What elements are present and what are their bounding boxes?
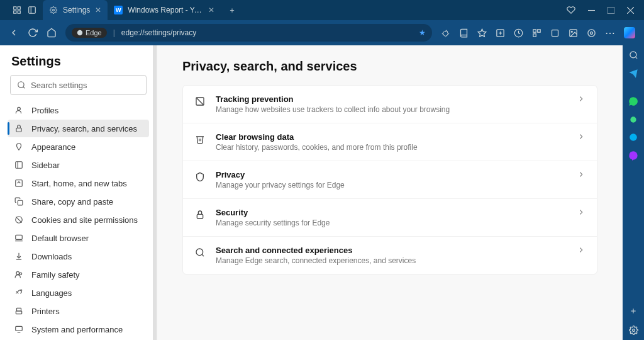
downloads-icon[interactable]	[550, 28, 560, 38]
settings-main: Privacy, search, and services Tracking p…	[157, 45, 623, 340]
close-tab-icon[interactable]: ✕	[208, 6, 214, 14]
svg-rect-14	[538, 29, 540, 31]
settings-row[interactable]: Clear browsing data Clear history, passw…	[183, 123, 597, 161]
performance-icon[interactable]	[587, 28, 596, 38]
sidebar-item[interactable]: System and performance	[8, 320, 149, 338]
nav-item-label: Share, copy and paste	[31, 197, 113, 207]
sidebar-item[interactable]: Languages	[8, 284, 149, 302]
nav-item-label: Family safety	[31, 270, 80, 280]
svg-rect-37	[16, 311, 21, 314]
sidebar-item[interactable]: Start, home, and new tabs	[8, 174, 149, 192]
svg-rect-4	[608, 7, 614, 14]
url-text: edge://settings/privacy	[121, 28, 413, 37]
sidebar-item[interactable]: Share, copy and paste	[8, 193, 149, 210]
sidebar-item[interactable]: Profiles	[8, 101, 149, 119]
search-placeholder: Search settings	[31, 81, 87, 90]
read-aloud-icon[interactable]	[459, 28, 469, 38]
sidebar-search-icon[interactable]	[629, 50, 638, 60]
search-icon	[17, 81, 26, 89]
row-title: Security	[216, 208, 567, 217]
new-tab-button[interactable]: ＋	[221, 5, 243, 16]
refresh-button[interactable]	[28, 28, 38, 38]
collections-icon[interactable]	[496, 28, 505, 38]
close-window-button[interactable]	[627, 7, 634, 14]
svg-rect-27	[16, 180, 23, 187]
row-title: Search and connected experiences	[216, 246, 567, 255]
sidebar-skype-icon[interactable]	[629, 133, 638, 142]
nav-item-icon	[14, 196, 24, 207]
screenshot-icon[interactable]	[569, 28, 578, 38]
sidebar-item[interactable]: Sidebar	[8, 156, 149, 174]
svg-rect-38	[16, 326, 23, 331]
sidebar-item[interactable]: Privacy, search, and services	[8, 120, 149, 137]
sidebar-settings-icon[interactable]	[629, 326, 638, 335]
svg-point-50	[630, 116, 636, 122]
workspaces-icon[interactable]	[13, 6, 21, 14]
edge-badge: Edge	[72, 28, 107, 38]
back-button[interactable]	[9, 28, 19, 38]
rewards-icon[interactable]	[567, 6, 575, 14]
content-row: Settings Search settings ProfilesPrivacy…	[0, 45, 644, 340]
nav-item-label: Sidebar	[31, 161, 60, 170]
home-button[interactable]	[47, 28, 57, 38]
svg-line-47	[202, 254, 204, 256]
settings-heading: Settings	[11, 54, 145, 69]
maximize-button[interactable]	[608, 7, 614, 14]
svg-point-23	[18, 107, 21, 110]
more-menu-icon[interactable]: ⋯	[605, 27, 615, 39]
settings-sidebar: Settings Search settings ProfilesPrivacy…	[0, 45, 157, 340]
tab-windows-report[interactable]: W Windows Report - Your go-to sou… ✕	[108, 0, 221, 20]
nav-item-icon	[14, 251, 24, 261]
svg-point-7	[77, 30, 82, 35]
history-icon[interactable]	[514, 28, 523, 38]
row-description: Manage your privacy settings for Edge	[216, 181, 567, 190]
settings-row[interactable]: Security Manage security settings for Ed…	[183, 198, 597, 236]
sidebar-scrollbar[interactable]	[153, 45, 157, 340]
nav-item-icon	[14, 233, 24, 243]
sidebar-item[interactable]: Downloads	[8, 247, 149, 265]
row-title: Clear browsing data	[216, 132, 567, 142]
settings-row[interactable]: Search and connected experiences Manage …	[183, 236, 597, 274]
sidebar-messenger-icon[interactable]	[628, 150, 638, 161]
svg-rect-24	[16, 128, 21, 132]
row-icon	[194, 171, 206, 183]
settings-row[interactable]: Privacy Manage your privacy settings for…	[183, 161, 597, 198]
browser-sidebar: ＋	[623, 45, 644, 340]
svg-point-35	[19, 273, 22, 275]
tab-label: Windows Report - Your go-to sou…	[128, 6, 203, 14]
settings-row[interactable]: Tracking prevention Manage how websites …	[183, 86, 597, 123]
svg-line-49	[635, 57, 637, 59]
tab-label: Settings	[63, 6, 90, 14]
close-tab-icon[interactable]: ✕	[95, 6, 101, 14]
minimize-button[interactable]	[588, 7, 595, 14]
settings-nav: ProfilesPrivacy, search, and servicesApp…	[8, 101, 149, 340]
address-bar[interactable]: Edge | edge://settings/privacy ★	[65, 24, 432, 42]
favorites-icon[interactable]	[477, 28, 487, 38]
sidebar-telegram-icon[interactable]	[628, 69, 638, 79]
apps-icon[interactable]	[532, 28, 541, 38]
svg-rect-31	[16, 235, 23, 239]
tab-settings[interactable]: Settings ✕	[43, 0, 108, 20]
site-favicon: W	[114, 6, 123, 14]
row-icon	[194, 133, 206, 145]
svg-line-30	[16, 217, 21, 222]
nav-item-label: Downloads	[31, 252, 72, 261]
sidebar-whatsapp-icon[interactable]	[628, 96, 638, 106]
sidebar-item[interactable]: Cookies and site permissions	[8, 211, 149, 229]
sidebar-android-icon[interactable]	[629, 115, 638, 124]
tab-actions-icon[interactable]	[28, 6, 36, 14]
svg-rect-16	[552, 30, 558, 36]
sidebar-item[interactable]: Default browser	[8, 229, 149, 247]
search-settings-input[interactable]: Search settings	[10, 75, 147, 95]
extensions-icon[interactable]	[441, 28, 450, 38]
nav-item-label: Default browser	[31, 234, 89, 243]
sidebar-add-icon[interactable]: ＋	[629, 305, 638, 317]
copilot-icon[interactable]	[624, 27, 635, 38]
sidebar-item[interactable]: Printers	[8, 302, 149, 320]
nav-item-label: Printers	[31, 307, 60, 316]
svg-marker-8	[478, 29, 486, 37]
favorite-star-icon[interactable]: ★	[419, 28, 426, 37]
sidebar-item[interactable]: Appearance	[8, 138, 149, 156]
sidebar-item[interactable]: Family safety	[8, 266, 149, 283]
nav-item-label: Appearance	[31, 142, 75, 152]
